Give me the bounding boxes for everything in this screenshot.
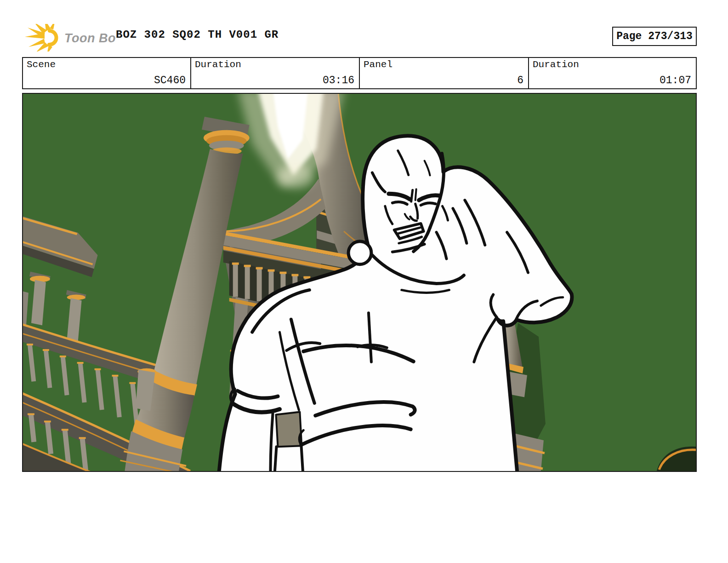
panel-duration-label: Duration: [533, 59, 579, 70]
panel-number-cell: Panel 6: [359, 57, 529, 89]
scene-cell: Scene SC460: [22, 57, 191, 89]
storyboard-page: Toon Boom BOZ 302 SQ02 TH V001 GR Page 2…: [0, 0, 728, 563]
panel-duration-cell: Duration 01:07: [529, 57, 697, 89]
scene-value: SC460: [154, 75, 186, 86]
scene-duration-label: Duration: [195, 59, 241, 70]
logo-wordmark: Toon Boom: [64, 31, 116, 45]
arm-torso-gap: [276, 412, 301, 447]
scene-duration-value: 03:16: [323, 75, 354, 86]
scene-duration-cell: Duration 03:16: [191, 57, 360, 89]
panel-info-table: Scene SC460 Duration 03:16 Panel 6 Durat…: [22, 57, 697, 89]
toonboom-logo: Toon Boom: [24, 24, 116, 52]
scene-label: Scene: [27, 59, 56, 70]
toonboom-logo-graphic: Toon Boom: [24, 24, 116, 52]
storyboard-panel-image: Storyboard panel: bald muscular man gras…: [22, 93, 697, 472]
panel-number-label: Panel: [364, 59, 392, 70]
panel-number-value: 6: [517, 75, 523, 86]
shoulder-disc: [348, 241, 371, 264]
starburst-icon: [25, 24, 57, 52]
document-title: BOZ 302 SQ02 TH V001 GR: [116, 29, 279, 41]
panel-duration-value: 01:07: [660, 75, 691, 86]
page-counter: Page 273/313: [612, 27, 697, 46]
panel-artwork: Storyboard panel: bald muscular man gras…: [23, 94, 696, 471]
